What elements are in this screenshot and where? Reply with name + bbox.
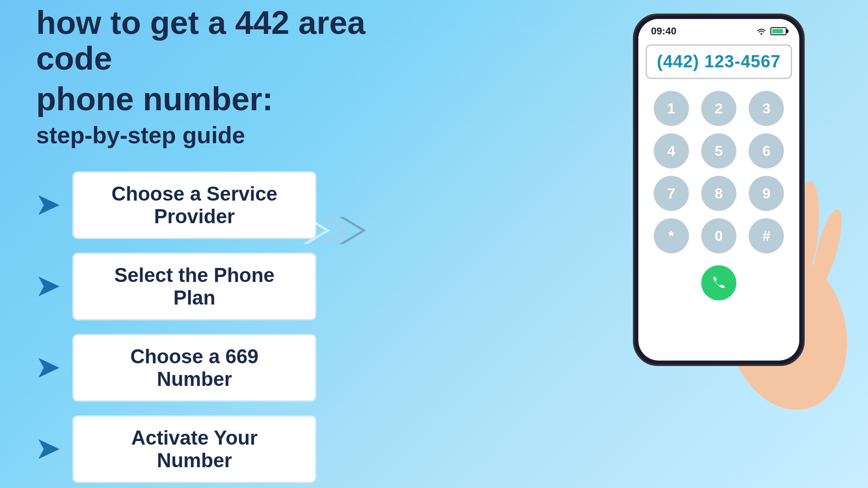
battery-icon (770, 27, 787, 35)
step-box-2: Select the Phone Plan (72, 253, 316, 320)
title-line3: step-by-step guide (36, 122, 371, 149)
step-arrow-4: ➤ (36, 436, 59, 463)
phone-number-display: (442) 123-4567 (646, 44, 792, 79)
dial-btn-star[interactable]: * (654, 218, 689, 253)
wifi-icon (756, 27, 767, 35)
dial-btn-3[interactable]: 3 (749, 91, 784, 126)
step-item-4: ➤ Activate Your Number (36, 415, 371, 483)
dial-btn-4[interactable]: 4 (654, 133, 689, 169)
call-button[interactable] (701, 265, 736, 300)
step-arrow-3: ➤ (36, 354, 59, 381)
dial-btn-1[interactable]: 1 (654, 91, 689, 126)
call-icon (711, 275, 727, 291)
dial-btn-6[interactable]: 6 (749, 133, 784, 169)
step-item-3: ➤ Choose a 669 Number (36, 334, 371, 402)
dialpad: 1 2 3 4 5 6 7 8 9 * 0 # (638, 84, 799, 261)
step-arrow-2: ➤ (36, 273, 59, 300)
svg-point-9 (760, 33, 762, 35)
dial-btn-9[interactable]: 9 (749, 176, 784, 211)
phone-container: 09:40 (442) 123-4567 (624, 14, 814, 384)
title-line2: phone number: (36, 81, 371, 117)
dial-btn-hash[interactable]: # (749, 218, 784, 253)
dial-btn-5[interactable]: 5 (701, 133, 736, 169)
double-chevron-arrows (294, 208, 384, 255)
status-bar: 09:40 (638, 19, 799, 41)
step-arrow-1: ➤ (36, 192, 59, 219)
dial-btn-2[interactable]: 2 (701, 91, 736, 126)
step-box-3: Choose a 669 Number (72, 334, 316, 402)
step-box-4: Activate Your Number (72, 415, 316, 483)
svg-marker-2 (339, 217, 366, 244)
title-line1: how to get a 442 area code (36, 5, 371, 76)
battery-fill (772, 29, 783, 33)
dial-btn-0[interactable]: 0 (701, 218, 736, 253)
call-button-row (638, 261, 799, 305)
status-time: 09:40 (651, 25, 676, 37)
status-icons (756, 27, 787, 35)
step-box-1: Choose a Service Provider (72, 171, 316, 239)
dial-btn-7[interactable]: 7 (654, 176, 689, 211)
svg-marker-1 (321, 217, 348, 244)
phone-number-text: (442) 123-4567 (656, 52, 782, 71)
step-item-2: ➤ Select the Phone Plan (36, 253, 371, 320)
dial-btn-8[interactable]: 8 (701, 176, 736, 211)
phone-section: 09:40 (442) 123-4567 (606, 14, 832, 474)
svg-marker-0 (303, 217, 330, 244)
phone-screen: 09:40 (442) 123-4567 (638, 19, 799, 361)
main-title: how to get a 442 area code phone number:… (36, 5, 371, 171)
